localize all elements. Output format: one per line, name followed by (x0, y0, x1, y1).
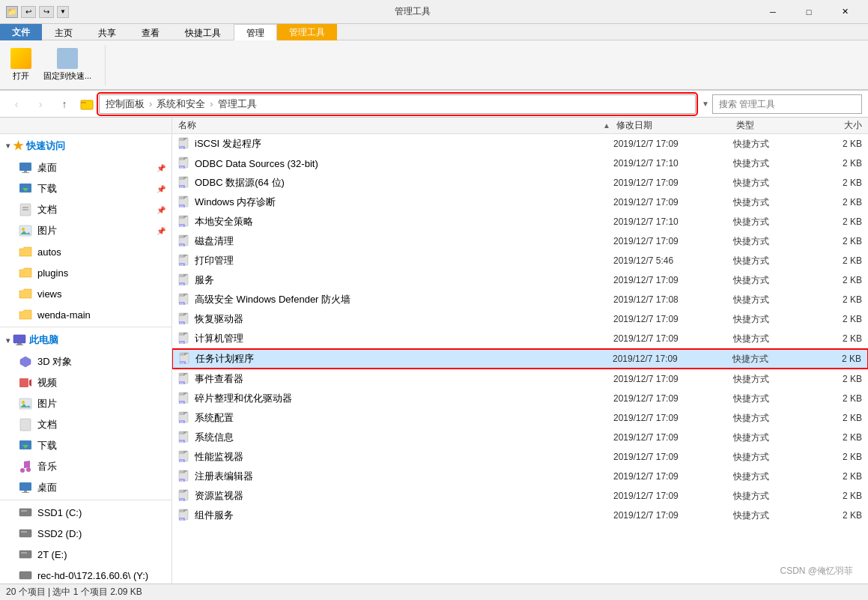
col-header-size[interactable]: 大小 (808, 119, 868, 132)
pin-icon-pictures: 📌 (157, 227, 166, 235)
sidebar-section-quick-access[interactable]: ▾ ★ 快速访问 (0, 134, 172, 157)
table-row[interactable]: lnk 任务计划程序2019/12/7 17:09快捷方式2 KB (172, 349, 868, 369)
sidebar-item-views[interactable]: views (0, 283, 172, 304)
address-bar[interactable]: 控制面板 › 系统和安全 › 管理工具 (99, 94, 696, 114)
table-row[interactable]: lnk 组件服务2019/12/7 17:09快捷方式2 KB (172, 506, 868, 525)
title-bar-icons: 📁 ↩ ↪ ▼ (6, 6, 69, 18)
video-icon (18, 375, 33, 390)
file-cell-name: lnk 磁盘清理 (172, 234, 613, 249)
svg-point-24 (26, 467, 31, 472)
sidebar-item-downloads2[interactable]: 下载 (0, 435, 172, 456)
star-icon: ★ (13, 139, 23, 153)
svg-rect-25 (19, 482, 31, 491)
minimize-button[interactable]: ─ (756, 3, 790, 21)
svg-marker-41 (179, 157, 183, 160)
ribbon-btn-open[interactable]: 打开 (6, 45, 36, 85)
search-input[interactable] (712, 94, 862, 114)
tab-manage[interactable]: 管理 (234, 24, 277, 40)
tab-manage-tools[interactable]: 管理工具 (277, 24, 337, 40)
redo-icon[interactable]: ↪ (39, 6, 54, 18)
tab-quicktools[interactable]: 快捷工具 (172, 24, 234, 40)
sidebar: ▾ ★ 快速访问 桌面 📌 下载 📌 文档 📌 图片 📌 autos (0, 118, 172, 584)
svg-point-19 (22, 401, 25, 404)
col-header-name[interactable]: 名称 (172, 119, 603, 132)
sidebar-item-autos[interactable]: autos (0, 241, 172, 262)
table-row[interactable]: lnk 磁盘清理2019/12/7 17:09快捷方式2 KB (172, 231, 868, 251)
sidebar-item-desktop[interactable]: 桌面 📌 (0, 157, 172, 178)
table-row[interactable]: lnk iSCSI 发起程序2019/12/7 17:09快捷方式2 KB (172, 134, 868, 154)
sidebar-item-documents2[interactable]: 文档 (0, 414, 172, 435)
file-cell-name: lnk 组件服务 (172, 509, 613, 523)
sidebar-item-network[interactable]: rec-hd-0\172.16.60.6\ (Y:) (0, 565, 172, 584)
sidebar-item-music[interactable]: 音乐 (0, 456, 172, 477)
up-button[interactable]: ↑ (54, 94, 75, 115)
table-row[interactable]: lnk 系统配置2019/12/7 17:09快捷方式2 KB (172, 408, 868, 428)
table-row[interactable]: lnk 服务2019/12/7 17:09快捷方式2 KB (172, 270, 868, 290)
open-icon (10, 48, 31, 69)
svg-rect-3 (24, 171, 27, 172)
file-cell-type: 快捷方式 (733, 470, 808, 483)
sidebar-item-video-label: 视频 (37, 376, 57, 390)
tab-home[interactable]: 主页 (42, 24, 85, 40)
sidebar-item-documents[interactable]: 文档 📌 (0, 199, 172, 220)
sidebar-item-2t[interactable]: 2T (E:) (0, 544, 172, 565)
forward-button[interactable]: › (30, 94, 51, 115)
table-row[interactable]: lnk Windows 内存诊断2019/12/7 17:09快捷方式2 KB (172, 193, 868, 212)
file-cell-name: lnk 性能监视器 (172, 450, 613, 464)
drive-2t-icon (18, 547, 33, 562)
file-cell-date: 2019/12/7 17:09 (613, 510, 733, 521)
sidebar-item-ssd2[interactable]: SSD2 (D:) (0, 523, 172, 544)
col-header-type[interactable]: 类型 (733, 119, 808, 132)
dropdown-icon[interactable]: ▼ (57, 6, 69, 18)
file-cell-type: 快捷方式 (733, 451, 808, 464)
table-row[interactable]: lnk 性能监视器2019/12/7 17:09快捷方式2 KB (172, 447, 868, 467)
file-cell-date: 2019/12/7 17:10 (613, 216, 733, 227)
table-row[interactable]: lnk 计算机管理2019/12/7 17:09快捷方式2 KB (172, 329, 868, 348)
back-button[interactable]: ‹ (6, 94, 27, 115)
undo-icon[interactable]: ↩ (21, 6, 36, 18)
file-icon: lnk (178, 254, 190, 268)
sidebar-item-desktop2[interactable]: 桌面 (0, 477, 172, 498)
sidebar-item-wenda-main[interactable]: wenda-main (0, 304, 172, 325)
table-row[interactable]: lnk 本地安全策略2019/12/7 17:10快捷方式2 KB (172, 212, 868, 231)
table-row[interactable]: lnk 高级安全 Windows Defender 防火墙2019/12/7 1… (172, 290, 868, 309)
pin-icon-documents: 📌 (157, 206, 166, 214)
title-bar: 📁 ↩ ↪ ▼ 管理工具 ─ □ ✕ (0, 0, 868, 24)
sidebar-item-pictures2[interactable]: 图片 (0, 393, 172, 414)
svg-marker-126 (179, 490, 183, 493)
sidebar-section-thispc[interactable]: ▾ 此电脑 (0, 329, 172, 351)
file-cell-date: 2019/12/7 17:09 (613, 333, 733, 344)
tab-view[interactable]: 查看 (129, 24, 172, 40)
tab-file[interactable]: 文件 (0, 24, 42, 40)
file-cell-date: 2019/12/7 17:09 (613, 393, 733, 404)
file-name: 服务 (195, 273, 214, 287)
table-row[interactable]: lnk 注册表编辑器2019/12/7 17:09快捷方式2 KB (172, 467, 868, 486)
address-dropdown[interactable]: ▼ (702, 100, 709, 108)
sidebar-item-plugins[interactable]: plugins (0, 262, 172, 283)
table-row[interactable]: lnk 资源监视器2019/12/7 17:09快捷方式2 KB (172, 486, 868, 506)
tab-share[interactable]: 共享 (85, 24, 129, 40)
table-row[interactable]: lnk 碎片整理和优化驱动器2019/12/7 17:09快捷方式2 KB (172, 389, 868, 408)
ribbon-btn-pin[interactable]: 固定到快速... (39, 45, 96, 85)
file-cell-size: 2 KB (808, 374, 868, 384)
table-row[interactable]: lnk 打印管理2019/12/7 5:46快捷方式2 KB (172, 251, 868, 270)
close-button[interactable]: ✕ (828, 3, 862, 21)
sidebar-item-ssd1[interactable]: SSD1 (C:) (0, 502, 172, 523)
file-name: 恢复驱动器 (195, 312, 243, 326)
col-header-date[interactable]: 修改日期 (613, 119, 733, 132)
table-row[interactable]: lnk 事件查看器2019/12/7 17:09快捷方式2 KB (172, 369, 868, 389)
sidebar-item-3d[interactable]: 3D 对象 (0, 351, 172, 372)
sidebar-item-downloads[interactable]: 下载 📌 (0, 178, 172, 199)
file-cell-size: 2 KB (808, 197, 868, 207)
sidebar-item-video[interactable]: 视频 (0, 372, 172, 393)
maximize-button[interactable]: □ (792, 3, 826, 21)
file-cell-size: 2 KB (808, 314, 868, 324)
table-row[interactable]: lnk ODBC Data Sources (32-bit)2019/12/7 … (172, 154, 868, 173)
table-row[interactable]: lnk ODBC 数据源(64 位)2019/12/7 17:09快捷方式2 K… (172, 173, 868, 193)
table-row[interactable]: lnk 系统信息2019/12/7 17:09快捷方式2 KB (172, 428, 868, 447)
sidebar-item-autos-label: autos (37, 246, 61, 258)
sidebar-item-pictures[interactable]: 图片 📌 (0, 220, 172, 241)
file-name: iSCSI 发起程序 (195, 137, 261, 151)
svg-marker-131 (179, 509, 183, 512)
table-row[interactable]: lnk 恢复驱动器2019/12/7 17:09快捷方式2 KB (172, 309, 868, 329)
